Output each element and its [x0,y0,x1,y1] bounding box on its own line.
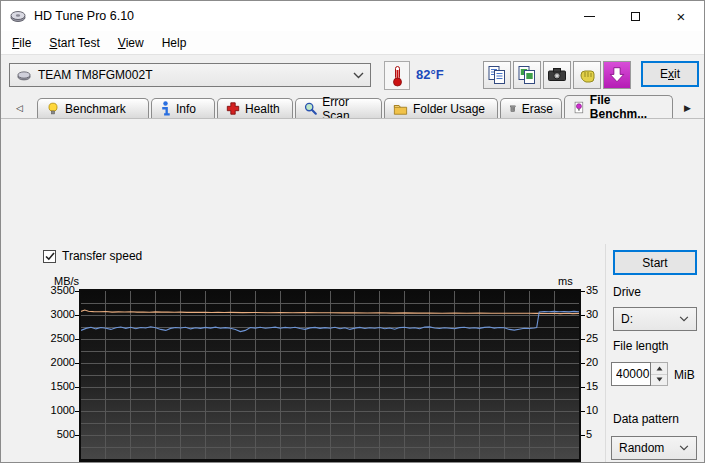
spin-up-icon [656,366,663,371]
maximize-button[interactable] [612,1,658,31]
donate-button[interactable] [573,61,601,89]
start-button[interactable]: Start [613,250,697,275]
app-window: HD Tune Pro 6.10 × File Start Test View … [0,0,705,463]
drive-combobox[interactable]: D: [613,307,697,331]
transfer-speed-chart [79,289,581,462]
right-axis-tick-label: 35 [586,284,616,296]
download-arrow-icon [608,66,626,84]
right-axis-tick [581,315,585,316]
tab-health[interactable]: Health [217,98,293,118]
tab-folder-usage[interactable]: Folder Usage [384,98,498,118]
menu-view[interactable]: View [109,33,153,53]
tab-scroll-right-button[interactable]: ▶ [679,99,696,116]
temperature-value: 82°F [416,67,444,82]
chevron-down-icon [679,316,689,322]
y-axis-tick [75,411,79,412]
spin-down-icon [656,377,663,382]
y-axis-tick-label: 1000 [31,404,75,416]
chevron-down-icon [679,445,689,451]
copy-image-icon [517,65,537,85]
y-axis-tick-label: 3000 [31,308,75,320]
right-axis-tick [581,291,585,292]
close-icon: × [677,9,686,24]
right-axis-tick-label: 10 [586,404,616,416]
tab-scroll-left-button[interactable]: ◁ [11,99,28,116]
file-length-label: File length [613,339,668,353]
tab-file-benchmark[interactable]: File Benchm... [564,95,673,118]
y-axis-tick [75,291,79,292]
drive-select-combobox[interactable]: TEAM TM8FGM002T [9,63,371,87]
chart-plot-area [81,291,579,459]
y-axis-tick [75,363,79,364]
maximize-icon [631,12,640,21]
tab-benchmark[interactable]: Benchmark [37,98,149,118]
drive-select-value: TEAM TM8FGM002T [38,68,152,82]
y-axis-tick [75,339,79,340]
screenshot-button[interactable] [543,61,571,89]
y-axis-unit-right: ms [558,275,573,287]
copy-text-button[interactable] [483,61,511,89]
file-length-unit: MiB [674,368,695,382]
right-axis-tick [581,339,585,340]
app-disk-icon [10,8,26,24]
file-benchmark-icon [573,100,585,115]
file-length-up-button[interactable] [651,363,667,375]
error-scan-icon [304,101,317,116]
copy-image-button[interactable] [513,61,541,89]
tab-error-scan[interactable]: Error Scan [295,98,382,118]
save-results-button[interactable] [603,61,631,89]
title-bar: HD Tune Pro 6.10 × [1,1,704,31]
panel-divider [605,244,606,463]
y-axis-tick-label: 2500 [31,332,75,344]
temperature-button[interactable] [384,61,410,90]
check-icon [45,252,55,261]
drive-label: Drive [613,285,641,299]
y-axis-tick [75,387,79,388]
file-length-input[interactable] [611,362,651,386]
right-axis-tick [581,387,585,388]
exit-button[interactable]: Exit [641,61,699,87]
folder-icon [393,102,408,116]
arrow-left-icon: ◁ [16,103,23,113]
menu-file[interactable]: File [3,33,40,53]
menu-bar: File Start Test View Help [1,31,704,54]
y-axis-tick-label: 3500 [31,284,75,296]
file-length-down-button[interactable] [651,375,667,386]
erase-trash-icon [509,101,517,116]
y-axis-tick-label: 1500 [31,380,75,392]
benchmark-icon [46,101,60,116]
y-axis-tick [75,435,79,436]
transfer-speed-label: Transfer speed [62,249,142,263]
y-axis-tick-label: 500 [31,428,75,440]
transfer-speed-option[interactable]: Transfer speed [43,249,142,263]
disk-icon [16,68,32,82]
arrow-right-icon: ▶ [684,103,691,113]
donate-hand-icon [577,65,597,85]
minimize-icon [584,16,595,17]
thermometer-icon [392,65,403,87]
right-axis-tick [581,435,585,436]
camera-icon [547,65,567,85]
tab-erase[interactable]: Erase [500,98,562,118]
info-icon [160,101,171,116]
menu-help[interactable]: Help [153,33,196,53]
close-button[interactable]: × [658,1,704,31]
data-pattern-combobox[interactable]: Random [611,436,697,460]
tab-bar: ◁ Benchmark Info Health [1,95,704,118]
file-length-stepper [611,362,668,386]
chevron-down-icon [353,72,364,79]
health-cross-icon [226,101,240,116]
data-pattern-label: Data pattern [613,412,679,426]
right-axis-tick [581,363,585,364]
right-axis-tick-label: 25 [586,332,616,344]
minimize-button[interactable] [566,1,612,31]
tab-info[interactable]: Info [151,98,215,118]
window-title: HD Tune Pro 6.10 [34,9,134,23]
right-axis-tick-label: 30 [586,308,616,320]
copy-text-icon [487,65,507,85]
menu-start-test[interactable]: Start Test [40,33,108,53]
right-axis-tick [581,411,585,412]
file-benchmark-page: Transfer speed MB/s ms 50010001500200025… [1,118,704,462]
y-axis-tick-label: 2000 [31,356,75,368]
transfer-speed-checkbox[interactable] [43,250,56,263]
